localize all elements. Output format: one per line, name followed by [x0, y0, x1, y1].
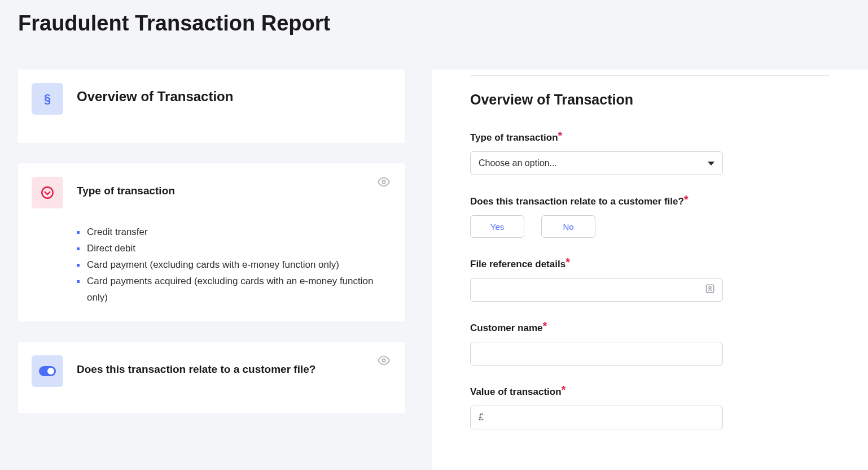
type-of-transaction-card[interactable]: Type of transaction Credit transfer Dire… [18, 163, 405, 321]
page-title: Fraudulent Transaction Report [0, 0, 868, 36]
value-label: Value of transaction* [470, 385, 565, 398]
required-asterisk: * [565, 256, 570, 268]
customer-name-label: Customer name* [470, 321, 547, 334]
svg-point-0 [382, 180, 385, 184]
svg-point-1 [42, 187, 53, 198]
required-asterisk: * [684, 193, 689, 206]
chevron-down-icon [708, 162, 714, 166]
toggle-icon [32, 355, 63, 387]
svg-point-6 [709, 286, 711, 289]
main-layout: § Overview of Transaction Type of transa… [0, 36, 868, 470]
relate-label: Does this transaction relate to a custom… [470, 194, 689, 207]
select-placeholder: Choose an option... [479, 158, 557, 168]
relate-card-title: Does this transaction relate to a custom… [77, 355, 315, 376]
overview-card-title: Overview of Transaction [77, 83, 233, 105]
eye-icon[interactable] [378, 354, 390, 369]
file-ref-label: File reference details* [470, 257, 570, 270]
eye-icon[interactable] [378, 176, 390, 190]
relate-customer-file-card[interactable]: Does this transaction relate to a custom… [18, 342, 405, 413]
no-button[interactable]: No [541, 215, 595, 238]
customer-name-input[interactable] [479, 342, 714, 365]
file-reference-input-wrap [470, 278, 723, 302]
type-select[interactable]: Choose an option... [470, 151, 723, 175]
type-label: Type of transaction* [470, 130, 562, 143]
list-item: Card payments acquired (excluding cards … [77, 273, 374, 306]
list-item: Credit transfer [77, 224, 374, 241]
type-card-title: Type of transaction [77, 177, 175, 197]
currency-symbol: £ [479, 412, 484, 423]
field-value-transaction: Value of transaction* £ [470, 385, 830, 429]
section-icon: § [32, 83, 63, 115]
field-customer-name: Customer name* [470, 321, 830, 365]
required-asterisk: * [542, 320, 547, 332]
required-asterisk: * [562, 384, 566, 396]
list-item: Direct debit [77, 241, 374, 257]
yes-button[interactable]: Yes [470, 215, 524, 238]
field-relate-customer-file: Does this transaction relate to a custom… [470, 194, 830, 238]
field-file-reference: File reference details* [470, 257, 830, 302]
list-item: Card payment (excluding cards with e-mon… [77, 257, 374, 273]
transaction-type-list[interactable]: Credit transfer Direct debit Card paymen… [77, 224, 391, 306]
value-input-wrap: £ [470, 406, 723, 429]
circle-chevron-down-icon [32, 177, 63, 208]
contact-card-icon[interactable] [704, 283, 716, 297]
svg-point-2 [382, 359, 385, 363]
form-title: Overview of Transaction [470, 92, 830, 108]
divider [470, 75, 830, 76]
left-column: § Overview of Transaction Type of transa… [18, 69, 405, 470]
file-reference-input[interactable] [479, 278, 714, 301]
value-input[interactable] [487, 406, 714, 429]
required-asterisk: * [558, 129, 563, 142]
customer-name-input-wrap [470, 342, 723, 365]
overview-card[interactable]: § Overview of Transaction [18, 69, 405, 143]
svg-point-4 [47, 368, 54, 375]
field-type-of-transaction: Type of transaction* Choose an option... [470, 130, 830, 175]
form-panel: Overview of Transaction Type of transact… [432, 69, 868, 470]
